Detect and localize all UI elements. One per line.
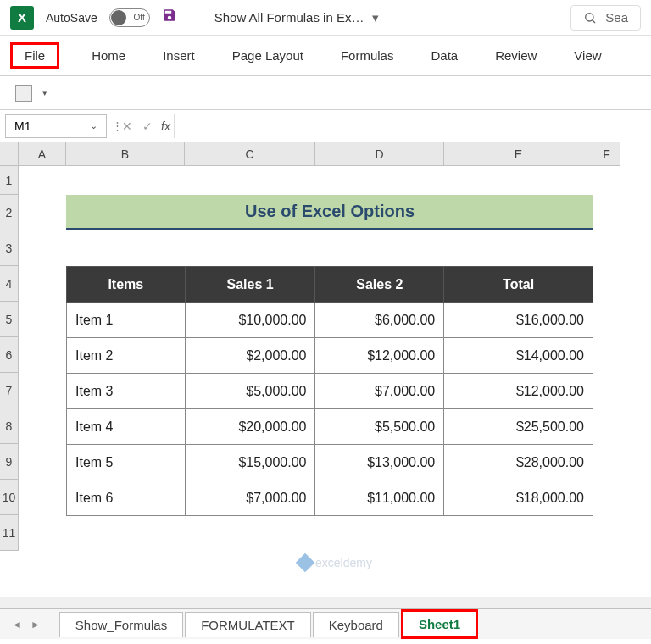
name-box[interactable]: M1 ⌄ — [5, 114, 107, 138]
tab-review[interactable]: Review — [490, 45, 542, 66]
sheet-tab[interactable]: Keyboard — [313, 612, 399, 637]
col-header-c[interactable]: C — [185, 142, 315, 166]
sheet-tab[interactable]: FORMULATEXT — [185, 612, 311, 637]
th-sales2[interactable]: Sales 2 — [315, 267, 444, 303]
autosave-state: Off — [134, 13, 145, 22]
sheet-tabs-bar: ◄ ► Show_Formulas FORMULATEXT Keyboard S… — [0, 608, 651, 639]
th-sales1[interactable]: Sales 1 — [185, 267, 315, 303]
tab-home[interactable]: Home — [86, 45, 131, 66]
formula-input[interactable] — [174, 114, 651, 138]
cancel-formula-icon[interactable]: ✕ — [117, 119, 137, 133]
row-header[interactable]: 3 — [0, 230, 19, 266]
autosave-toggle[interactable]: Off — [109, 8, 150, 27]
autosave-label: AutoSave — [46, 11, 97, 25]
chevron-right-icon[interactable]: ► — [31, 619, 41, 630]
save-icon[interactable] — [162, 8, 177, 27]
tab-view[interactable]: View — [569, 45, 606, 66]
titlebar: X AutoSave Off Show All Formulas in Ex… … — [0, 0, 651, 36]
horizontal-scrollbar[interactable] — [0, 597, 651, 608]
col-header-b[interactable]: B — [66, 142, 185, 166]
row-header[interactable]: 10 — [0, 480, 19, 515]
toggle-knob-icon — [111, 10, 126, 25]
formula-bar: M1 ⌄ ⋮ ✕ ✓ fx — [0, 110, 651, 142]
watermark: exceldemy — [298, 556, 372, 569]
chevron-left-icon[interactable]: ◄ — [12, 619, 22, 630]
tab-page-layout[interactable]: Page Layout — [227, 45, 309, 66]
row-header[interactable]: 5 — [0, 302, 19, 337]
chevron-down-icon[interactable]: ▾ — [42, 87, 47, 98]
row-header[interactable]: 6 — [0, 337, 19, 373]
fx-icon[interactable]: fx — [158, 119, 174, 133]
select-all-corner[interactable] — [0, 142, 19, 166]
tab-nav: ◄ ► — [12, 619, 41, 630]
sheet-title-cell[interactable]: Use of Excel Options — [66, 195, 593, 230]
table-row: Item 1$10,000.00$6,000.00$16,000.00 — [67, 303, 593, 338]
search-icon — [583, 11, 597, 25]
search-input[interactable]: Sea — [570, 5, 641, 31]
column-headers: A B C D E F — [19, 142, 620, 166]
row-header[interactable]: 11 — [0, 515, 19, 551]
table-row: Item 2$2,000.00$12,000.00$14,000.00 — [67, 338, 593, 374]
row-header[interactable]: 2 — [0, 195, 19, 230]
clipboard-icon[interactable] — [15, 85, 32, 102]
tab-formulas[interactable]: Formulas — [336, 45, 399, 66]
sheet-area: 1 2 3 4 5 6 7 8 9 10 11 Use of Excel Opt… — [0, 166, 651, 620]
excel-logo-icon: X — [10, 6, 34, 30]
th-items[interactable]: Items — [67, 267, 186, 303]
watermark-icon — [296, 553, 315, 573]
table-row: Item 5$15,000.00$13,000.00$28,000.00 — [67, 445, 593, 480]
col-header-a[interactable]: A — [19, 142, 66, 166]
chevron-down-icon[interactable]: ▾ — [372, 10, 379, 25]
ribbon-tabs: File Home Insert Page Layout Formulas Da… — [0, 36, 651, 76]
document-title[interactable]: Show All Formulas in Ex… ▾ — [214, 10, 380, 25]
sheet-tab[interactable]: Show_Formulas — [59, 612, 183, 637]
tab-data[interactable]: Data — [426, 45, 463, 66]
col-header-f[interactable]: F — [593, 142, 620, 166]
col-header-e[interactable]: E — [444, 142, 593, 166]
table-row: Item 6$7,000.00$11,000.00$18,000.00 — [67, 480, 593, 516]
row-headers: 1 2 3 4 5 6 7 8 9 10 11 — [0, 166, 19, 620]
table-row: Item 4$20,000.00$5,500.00$25,500.00 — [67, 409, 593, 445]
confirm-formula-icon[interactable]: ✓ — [137, 119, 158, 133]
quick-access-row: ▾ — [0, 76, 651, 110]
col-header-d[interactable]: D — [315, 142, 444, 166]
th-total[interactable]: Total — [444, 267, 593, 303]
row-header[interactable]: 8 — [0, 408, 19, 444]
svg-line-1 — [593, 19, 595, 22]
sheet-tab-active[interactable]: Sheet1 — [401, 609, 478, 639]
svg-point-0 — [586, 13, 593, 20]
row-header[interactable]: 1 — [0, 166, 19, 195]
tab-insert[interactable]: Insert — [158, 45, 200, 66]
data-table: Items Sales 1 Sales 2 Total Item 1$10,00… — [66, 266, 593, 516]
table-header-row: Items Sales 1 Sales 2 Total — [67, 267, 593, 303]
row-header[interactable]: 9 — [0, 444, 19, 480]
tab-file[interactable]: File — [10, 42, 59, 69]
grid-body[interactable]: Use of Excel Options Items Sales 1 Sales… — [19, 166, 651, 620]
row-header[interactable]: 4 — [0, 266, 19, 302]
chevron-down-icon[interactable]: ⌄ — [90, 120, 97, 131]
row-header[interactable]: 7 — [0, 373, 19, 408]
table-row: Item 3$5,000.00$7,000.00$12,000.00 — [67, 374, 593, 409]
